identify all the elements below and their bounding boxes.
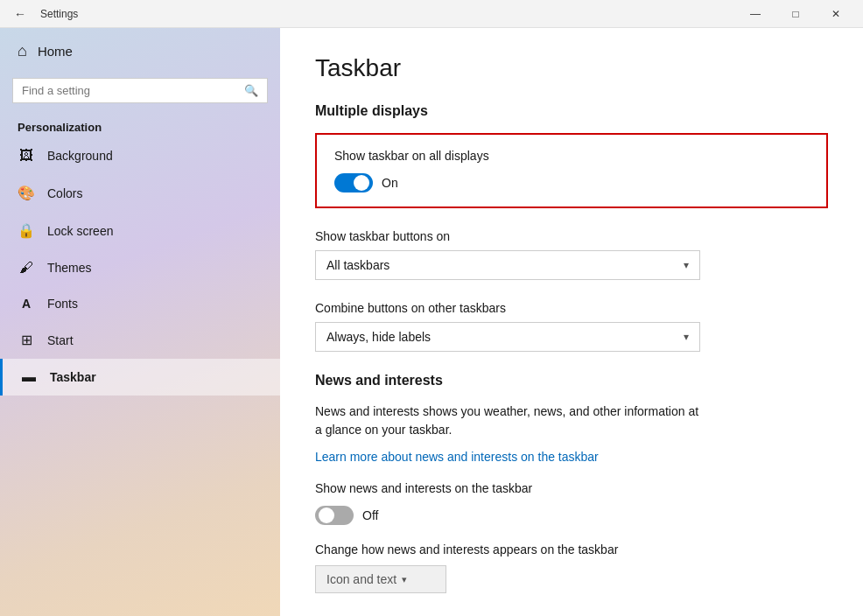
main-layout: ⌂ Home 🔍 Personalization 🖼 Background 🎨 … <box>0 28 863 616</box>
combine-buttons-value: Always, hide labels <box>326 330 431 344</box>
combine-buttons-arrow: ▾ <box>684 331 689 343</box>
search-box[interactable]: 🔍 <box>12 78 268 103</box>
appearance-dropdown[interactable]: Icon and text ▾ <box>315 565 446 593</box>
close-button[interactable]: ✕ <box>816 0 856 28</box>
background-icon: 🖼 <box>18 148 35 164</box>
back-button[interactable]: ← <box>7 4 33 24</box>
multiple-displays-title: Multiple displays <box>315 103 828 119</box>
learn-link[interactable]: Learn more about news and interests on t… <box>315 450 828 464</box>
show-taskbar-buttons-value: All taskbars <box>326 258 389 272</box>
sidebar-item-background[interactable]: 🖼 Background <box>0 137 280 174</box>
sidebar-item-taskbar[interactable]: ▬ Taskbar <box>0 359 280 396</box>
colors-label: Colors <box>47 186 82 200</box>
combine-buttons-label: Combine buttons on other taskbars <box>315 301 828 315</box>
sidebar: ⌂ Home 🔍 Personalization 🖼 Background 🎨 … <box>0 28 280 616</box>
show-taskbar-buttons-group: Show taskbar buttons on All taskbars ▾ <box>315 229 828 280</box>
show-news-toggle-row: Off <box>315 506 828 525</box>
titlebar: ← Settings — □ ✕ <box>0 0 863 28</box>
combine-buttons-group: Combine buttons on other taskbars Always… <box>315 301 828 352</box>
app-title: Settings <box>40 8 78 20</box>
news-section-title: News and interests <box>315 373 828 388</box>
lock-screen-label: Lock screen <box>47 224 113 238</box>
themes-icon: 🖌 <box>18 260 35 276</box>
sidebar-item-start[interactable]: ⊞ Start <box>0 321 280 359</box>
sidebar-item-lock-screen[interactable]: 🔒 Lock screen <box>0 212 280 249</box>
fonts-icon: A <box>18 297 35 311</box>
start-icon: ⊞ <box>18 332 35 348</box>
show-taskbar-toggle-text: On <box>382 176 398 190</box>
show-news-toggle-text: Off <box>362 508 378 522</box>
show-taskbar-toggle-row: On <box>334 173 809 192</box>
maximize-button[interactable]: □ <box>775 0 816 28</box>
appearance-dropdown-value: Icon and text <box>326 572 396 586</box>
show-taskbar-toggle[interactable] <box>334 173 373 192</box>
section-label: Personalization <box>0 114 280 137</box>
taskbar-label: Taskbar <box>50 370 96 384</box>
home-icon: ⌂ <box>18 42 27 60</box>
show-news-toggle[interactable] <box>315 506 354 525</box>
search-icon: 🔍 <box>244 84 258 97</box>
search-input[interactable] <box>22 84 237 97</box>
sidebar-item-themes[interactable]: 🖌 Themes <box>0 249 280 286</box>
content-area: Taskbar Multiple displays Show taskbar o… <box>280 28 863 616</box>
news-section: News and interests News and interests sh… <box>315 373 828 593</box>
show-taskbar-buttons-dropdown[interactable]: All taskbars ▾ <box>315 250 700 280</box>
show-taskbar-label: Show taskbar on all displays <box>334 149 809 163</box>
background-label: Background <box>47 149 113 163</box>
combine-buttons-dropdown[interactable]: Always, hide labels ▾ <box>315 322 700 352</box>
colors-icon: 🎨 <box>18 185 35 201</box>
sidebar-item-fonts[interactable]: A Fonts <box>0 286 280 321</box>
change-appearance-label: Change how news and interests appears on… <box>315 542 828 556</box>
taskbar-icon: ▬ <box>20 369 38 385</box>
show-taskbar-buttons-arrow: ▾ <box>684 259 689 271</box>
start-label: Start <box>47 333 74 347</box>
sidebar-home[interactable]: ⌂ Home <box>0 28 280 74</box>
lock-screen-icon: 🔒 <box>18 222 35 239</box>
fonts-label: Fonts <box>47 297 78 311</box>
show-news-label: Show news and interests on the taskbar <box>315 481 828 495</box>
sidebar-item-colors[interactable]: 🎨 Colors <box>0 174 280 212</box>
home-label: Home <box>38 44 73 59</box>
page-title: Taskbar <box>315 54 828 82</box>
minimize-button[interactable]: — <box>735 0 775 28</box>
themes-label: Themes <box>47 261 92 275</box>
news-description: News and interests shows you weather, ne… <box>315 402 700 439</box>
show-taskbar-buttons-label: Show taskbar buttons on <box>315 229 828 243</box>
appearance-dropdown-arrow: ▾ <box>402 574 407 585</box>
highlight-box: Show taskbar on all displays On <box>315 133 828 208</box>
